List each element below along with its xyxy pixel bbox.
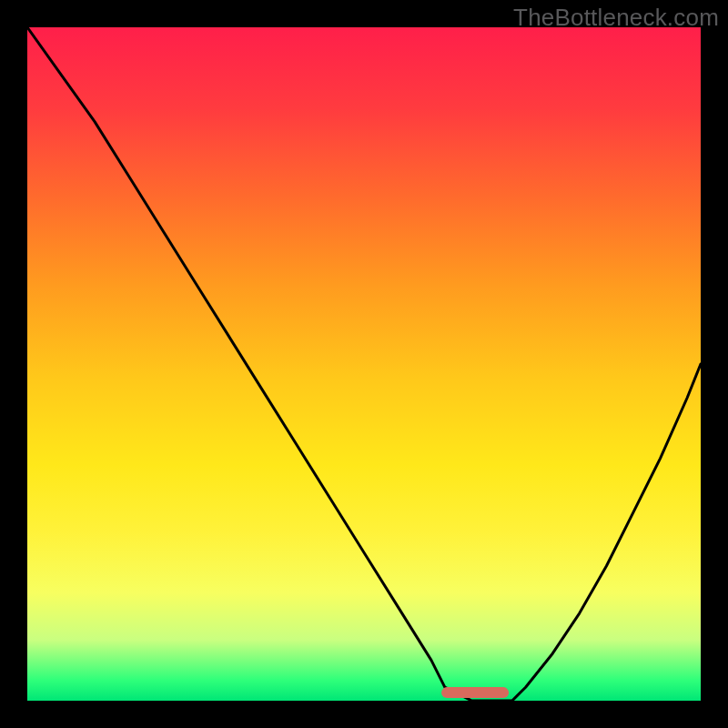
chart-frame: TheBottleneck.com: [0, 0, 728, 728]
chart-plot-area: [27, 27, 701, 701]
bottleneck-curve-path: [27, 27, 701, 701]
optimal-range-marker: [441, 687, 509, 698]
bottleneck-curve: [27, 27, 701, 701]
watermark-text: TheBottleneck.com: [513, 4, 719, 32]
